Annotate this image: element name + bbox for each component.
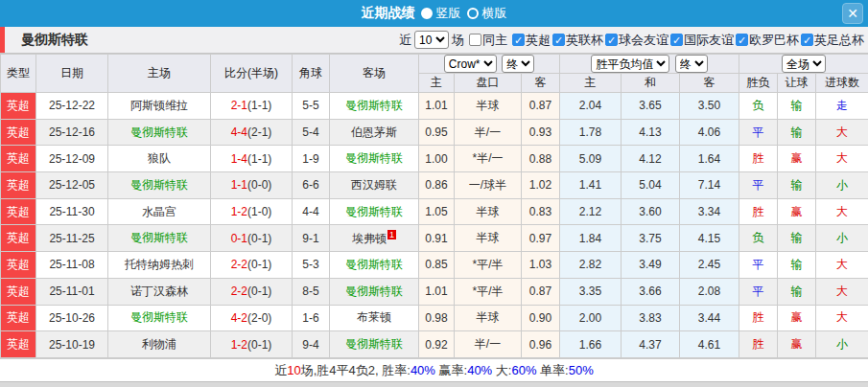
league-filter[interactable]: ✓英足总杯 (801, 32, 864, 49)
summary-segment: 40% (411, 363, 435, 377)
avg-away-cell: 4.15 (680, 225, 739, 252)
handicap-cell: 半球 (455, 198, 522, 225)
league-filter[interactable]: ✓英超 (512, 32, 551, 49)
avg-stage-select[interactable]: 终 (675, 55, 708, 73)
corners-cell: 1-6 (293, 305, 330, 331)
league-filter[interactable]: ✓国际友谊 (670, 32, 734, 49)
radio-icon[interactable] (421, 8, 433, 19)
checkbox-icon[interactable]: ✓ (605, 34, 618, 46)
handicap-cell: 半球 (455, 93, 522, 120)
subcol-avg-home: 主 (560, 74, 622, 93)
winloss-result-cell: 平 (739, 252, 778, 279)
halftime-score: (2-1) (247, 125, 271, 139)
halftime-score: (1-1) (247, 99, 271, 112)
fulltime-score: 4-4 (231, 125, 247, 139)
checkbox-icon[interactable] (469, 34, 481, 46)
summary-segment: 60% (511, 363, 536, 377)
date-cell: 25-12-22 (36, 93, 108, 120)
odds-away-cell: 0.97 (522, 225, 560, 252)
recent-count-select[interactable]: 10 (414, 31, 449, 49)
goals-result-cell: 小 (816, 172, 868, 199)
handicap-result-cell: 输 (778, 119, 816, 146)
home-team-cell: 托特纳姆热刺 (108, 252, 211, 279)
score-cell: 2-1(1-1) (211, 93, 293, 120)
halftime-score: (0-1) (247, 285, 271, 298)
score-cell: 2-2(0-1) (211, 252, 293, 279)
league-filter-label: 国际友谊 (684, 32, 734, 49)
score-cell: 4-4(2-1) (211, 119, 293, 146)
same-home-filter[interactable]: 同主 (469, 32, 507, 49)
corners-cell: 5-5 (293, 93, 330, 120)
odds-home-cell: 0.91 (419, 225, 455, 252)
goals-result-cell: 大 (816, 146, 868, 172)
score-cell: 2-2(0-1) (211, 278, 293, 305)
home-team-cell: 狼队 (108, 146, 211, 172)
halftime-score: (1-1) (247, 152, 271, 166)
corners-cell: 6-6 (293, 172, 330, 199)
league-filter[interactable]: ✓球会友谊 (605, 32, 669, 49)
corners-cell: 9-4 (293, 331, 330, 358)
layout-radio-horizontal[interactable]: 横版 (467, 5, 507, 22)
corners-cell: 5-4 (293, 119, 330, 146)
odds-stage-select[interactable]: 终 (502, 55, 534, 73)
away-team-cell: 西汉姆联 (330, 172, 419, 199)
home-team-cell: 诺丁汉森林 (108, 278, 211, 305)
winloss-result-cell: 平 (739, 172, 778, 199)
goals-result-cell: 大 (816, 252, 868, 279)
avg-draw-cell: 3.65 (622, 93, 680, 120)
checkbox-icon[interactable]: ✓ (670, 34, 683, 46)
scope-select[interactable]: 全场 (782, 55, 826, 73)
odds-away-cell: 1.02 (522, 172, 560, 199)
checkbox-icon[interactable]: ✓ (801, 34, 813, 46)
avg-away-cell: 4.61 (680, 331, 739, 358)
filterbar: 曼彻斯特联 近 10 场 同主 ✓英超✓英联杯✓球会友谊✓国际友谊✓欧罗巴杯✓英… (0, 27, 868, 54)
checkbox-icon[interactable]: ✓ (736, 34, 748, 46)
summary-segment: 大: (492, 363, 511, 377)
table-header: 类型 日期 主场 比分(半场) 角球 客场 Crow* 终 胜平负均值 终 全场 (1, 55, 868, 93)
summary-segment: 场,胜4平4负2, 胜率: (301, 363, 411, 377)
fulltime-score: 2-2 (231, 258, 247, 271)
handicap-result-cell: 赢 (778, 198, 816, 225)
date-cell: 25-10-26 (36, 305, 108, 331)
handicap-cell: 半球 (455, 225, 522, 252)
home-team-cell: 曼彻斯特联 (108, 119, 211, 146)
odds-away-cell: 0.88 (522, 146, 560, 172)
avg-home-cell: 2.12 (560, 198, 622, 225)
handicap-result-cell: 赢 (778, 305, 816, 331)
handicap-result-cell: 赢 (778, 146, 816, 172)
avg-draw-cell: 3.66 (622, 278, 680, 305)
handicap-cell: 半球 (455, 305, 522, 331)
summary-segment: 单率: (536, 363, 568, 377)
avg-home-cell: 5.09 (560, 146, 622, 172)
odds-home-cell: 0.85 (419, 252, 455, 279)
avg-type-select[interactable]: 胜平负均值 (591, 55, 669, 73)
away-team-cell: 曼彻斯特联 (330, 93, 419, 120)
date-cell: 25-12-05 (36, 172, 108, 199)
home-team-cell: 曼彻斯特联 (108, 305, 211, 331)
away-team-cell: 曼彻斯特联 (330, 198, 419, 225)
league-cell: 英超 (1, 305, 36, 331)
league-filter[interactable]: ✓英联杯 (552, 32, 603, 49)
league-filter-label: 球会友谊 (619, 32, 669, 49)
avg-draw-cell: 4.12 (622, 146, 680, 172)
recent-prefix-label: 近 (399, 32, 411, 49)
odds-company-select[interactable]: Crow* (444, 55, 497, 73)
titlebar: 近期战绩 竖版 横版 ✕ (0, 0, 868, 27)
avg-home-cell: 3.35 (560, 278, 622, 305)
halftime-score: (2-0) (247, 311, 271, 325)
league-filter[interactable]: ✓欧罗巴杯 (736, 32, 799, 49)
close-button[interactable]: ✕ (842, 3, 863, 24)
match-row: 英超25-10-19利物浦1-2(0-1)9-4曼彻斯特联0.92半/一0.96… (1, 331, 868, 358)
league-cell: 英超 (1, 278, 36, 305)
avg-draw-cell: 4.37 (622, 331, 680, 358)
away-team-cell: 埃弗顿1 (330, 225, 419, 252)
handicap-cell: 一/球半 (455, 172, 522, 199)
checkbox-icon[interactable]: ✓ (512, 34, 525, 46)
layout-radio-vertical[interactable]: 竖版 (421, 5, 461, 22)
score-cell: 1-2(0-1) (211, 331, 293, 358)
match-row: 英超25-12-05曼彻斯特联1-1(0-0)6-6西汉姆联0.86一/球半1.… (1, 172, 868, 199)
fulltime-score: 0-1 (231, 232, 247, 245)
radio-icon[interactable] (467, 8, 479, 19)
match-row: 英超25-11-01诺丁汉森林2-2(0-1)8-5曼彻斯特联1.01*平/半0… (1, 278, 868, 305)
checkbox-icon[interactable]: ✓ (552, 34, 565, 46)
